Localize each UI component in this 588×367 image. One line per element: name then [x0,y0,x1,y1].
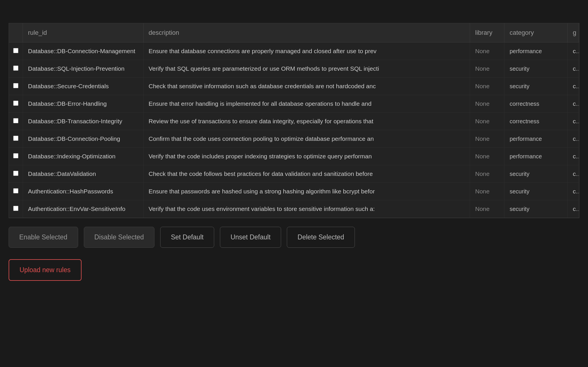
g-cell: c [568,130,579,148]
category-badge: performance [510,153,542,160]
table-row: Database::DataValidationCheck that the c… [9,165,579,183]
category-badge: performance [510,136,542,142]
row-checkbox-cell [9,60,23,78]
unset-default-button[interactable]: Unset Default [220,227,281,248]
library-cell: None [470,78,504,95]
row-checkbox-cell [9,183,23,200]
row-checkbox-cell [9,43,23,60]
description-cell: Ensure that error handling is implemente… [143,95,470,113]
rule-id-cell: Database::DataValidation [23,165,143,183]
table-row: Database::Secure-CredentialsCheck that s… [9,78,579,95]
category-cell: security [504,165,568,183]
rule-id-cell: Database::DB-Connection-Pooling [23,130,143,148]
rules-table-container: rule_id description library category g D… [0,11,588,218]
category-cell: performance [504,148,568,165]
category-cell: security [504,183,568,200]
g-cell: c [568,60,579,78]
g-cell: c [568,200,579,218]
row-checkbox[interactable] [13,206,18,211]
category-badge: security [510,83,529,90]
description-cell: Check that sensitive information such as… [143,78,470,95]
rule-id-cell: Authentication::EnvVar-SensitiveInfo [23,200,143,218]
table-row: Database::SQL-Injection-PreventionVerify… [9,60,579,78]
row-checkbox[interactable] [13,83,18,88]
library-cell: None [470,60,504,78]
category-badge: correctness [510,118,539,125]
table-row: Database::DB-Transaction-IntegrityReview… [9,113,579,130]
g-cell: c [568,183,579,200]
category-badge: security [510,188,529,195]
enable-selected-button[interactable]: Enable Selected [9,227,78,248]
disable-selected-button[interactable]: Disable Selected [84,227,155,248]
row-checkbox[interactable] [13,66,18,71]
row-checkbox[interactable] [13,136,18,141]
description-cell: Verify that the code uses environment va… [143,200,470,218]
row-checkbox[interactable] [13,153,18,158]
table-row: Database::DB-Connection-ManagementEnsure… [9,43,579,60]
col-header-g: g [568,23,579,43]
upload-area: Upload new rules [9,253,579,281]
enable-disable-group: Enable Selected Disable Selected [9,227,154,248]
table-row: Authentication::EnvVar-SensitiveInfoVeri… [9,200,579,218]
description-cell: Check that the code follows best practic… [143,165,470,183]
row-checkbox[interactable] [13,101,18,106]
category-cell: correctness [504,113,568,130]
g-cell: c [568,95,579,113]
col-header-checkbox [9,23,23,43]
category-cell: security [504,200,568,218]
row-checkbox[interactable] [13,188,18,193]
category-badge: security [510,206,529,212]
row-checkbox-cell [9,165,23,183]
delete-selected-button[interactable]: Delete Selected [287,227,355,248]
row-checkbox[interactable] [13,118,18,123]
rule-id-cell: Database::Indexing-Optimization [23,148,143,165]
row-checkbox-cell [9,148,23,165]
category-badge: security [510,171,529,177]
library-cell: None [470,95,504,113]
category-cell: security [504,78,568,95]
table-row: Database::Indexing-OptimizationVerify th… [9,148,579,165]
table-row: Authentication::HashPasswordsEnsure that… [9,183,579,200]
description-cell: Verify that the code includes proper ind… [143,148,470,165]
rule-id-cell: Database::DB-Connection-Management [23,43,143,60]
g-cell: c [568,165,579,183]
row-checkbox[interactable] [13,48,18,53]
row-checkbox-cell [9,200,23,218]
category-badge: performance [510,48,542,55]
category-badge: correctness [510,101,539,107]
g-cell: c [568,148,579,165]
library-cell: None [470,43,504,60]
category-cell: performance [504,130,568,148]
description-cell: Verify that SQL queries are parameterize… [143,60,470,78]
category-badge: security [510,66,529,72]
g-cell: c [568,113,579,130]
table-row: Database::DB-Connection-PoolingConfirm t… [9,130,579,148]
row-checkbox-cell [9,113,23,130]
library-cell: None [470,148,504,165]
description-cell: Ensure that passwords are hashed using a… [143,183,470,200]
rule-id-cell: Database::DB-Transaction-Integrity [23,113,143,130]
rule-id-cell: Database::SQL-Injection-Prevention [23,60,143,78]
library-cell: None [470,165,504,183]
library-cell: None [470,200,504,218]
rule-id-cell: Database::DB-Error-Handling [23,95,143,113]
description-cell: Confirm that the code uses connection po… [143,130,470,148]
row-checkbox[interactable] [13,171,18,176]
col-header-description: description [143,23,470,43]
library-cell: None [470,113,504,130]
category-cell: performance [504,43,568,60]
description-cell: Ensure that database connections are pro… [143,43,470,60]
g-cell: c [568,78,579,95]
row-checkbox-cell [9,78,23,95]
set-default-button[interactable]: Set Default [160,227,214,248]
table-row: Database::DB-Error-HandlingEnsure that e… [9,95,579,113]
rule-id-cell: Authentication::HashPasswords [23,183,143,200]
rule-id-cell: Database::Secure-Credentials [23,78,143,95]
g-cell: c [568,43,579,60]
actions-area: Enable Selected Disable Selected Set Def… [9,227,579,248]
upload-new-rules-button[interactable]: Upload new rules [9,259,82,281]
col-header-rule-id: rule_id [23,23,143,43]
row-checkbox-cell [9,130,23,148]
category-cell: correctness [504,95,568,113]
description-cell: Review the use of transactions to ensure… [143,113,470,130]
